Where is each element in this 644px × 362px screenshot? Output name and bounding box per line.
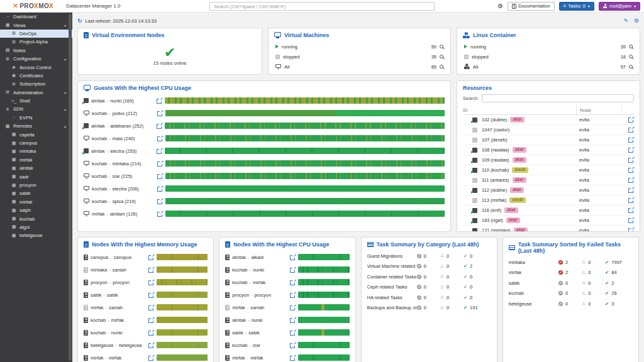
search-icon[interactable] <box>629 45 633 48</box>
resource-row[interactable]: 163 (rigel)altairevita <box>463 216 634 226</box>
resource-row[interactable]: 102 (dubhe)altairevita <box>463 115 634 125</box>
open-node-icon[interactable] <box>148 330 154 336</box>
search-icon[interactable] <box>629 65 633 69</box>
sidebar-item-canopus[interactable]: ▦canopus <box>0 139 72 147</box>
open-node-icon[interactable] <box>148 255 154 260</box>
open-resource-icon[interactable] <box>628 157 634 163</box>
open-node-icon[interactable] <box>148 317 154 323</box>
collapse-caret-icon[interactable]: ▴ <box>64 124 66 128</box>
sidebar-item-notes[interactable]: ▤Notes <box>0 47 72 55</box>
collapse-caret-icon[interactable]: ▴ <box>64 107 66 111</box>
global-search-input[interactable] <box>209 2 435 11</box>
documentation-button[interactable]: Documentation <box>508 2 554 11</box>
sidebar-item-betelgeuse[interactable]: ▦betelgeuse <box>0 231 72 239</box>
search-icon[interactable] <box>440 55 443 58</box>
sidebar-item-algol[interactable]: ▦algol <box>0 223 72 231</box>
open-node-icon[interactable] <box>290 255 296 260</box>
sidebar-item-configuration[interactable]: ⚙Configuration▴ <box>0 55 72 63</box>
open-guest-icon[interactable] <box>157 199 163 204</box>
edit-dashboard-icon[interactable]: ✎ <box>623 18 628 24</box>
open-resource-icon[interactable] <box>628 167 634 173</box>
sidebar-item-mirfak[interactable]: ▦mirfak <box>0 156 72 164</box>
resource-row[interactable]: 171 (mintaka)altairevita <box>463 226 634 232</box>
open-guest-icon[interactable] <box>157 173 163 179</box>
open-guest-icon[interactable] <box>157 161 163 167</box>
sidebar-item-shell[interactable]: >_Shell <box>0 97 72 105</box>
sidebar-item-procyon[interactable]: ▦procyon <box>0 181 72 189</box>
sidebar-item-mintaka[interactable]: ▦mintaka <box>0 147 72 155</box>
resources-search-input[interactable] <box>482 94 634 102</box>
sidebar-item-devops[interactable]: ⊞DevOps <box>0 30 72 38</box>
open-node-icon[interactable] <box>148 280 154 285</box>
open-resource-icon[interactable] <box>628 207 634 213</box>
resource-row[interactable]: 109 (rasalas)altairevita <box>463 155 634 165</box>
sidebar-item-mirfak[interactable]: ▦mirfak <box>0 198 72 206</box>
resource-row[interactable]: 107 (deneb)evita <box>463 135 634 145</box>
sidebar-item-administration[interactable]: ⚒Administration▴ <box>0 89 72 97</box>
column-node[interactable]: Node <box>576 106 621 114</box>
collapse-caret-icon[interactable]: ▴ <box>64 57 66 61</box>
sidebar-item-subscription[interactable]: ⊕Subscription <box>0 80 72 88</box>
open-guest-icon[interactable] <box>157 123 162 129</box>
open-node-icon[interactable] <box>290 355 296 361</box>
open-guest-icon[interactable] <box>157 211 163 217</box>
resource-row[interactable]: 111 (antares)altairevita <box>463 175 634 185</box>
open-resource-icon[interactable] <box>628 127 634 133</box>
open-resource-icon[interactable] <box>628 117 634 123</box>
resource-row[interactable]: 112 (dubhe)altairevita <box>463 185 634 195</box>
resource-row[interactable]: 116 (enif)altairevita <box>463 206 634 216</box>
search-icon[interactable] <box>440 45 443 48</box>
open-node-icon[interactable] <box>148 343 154 348</box>
open-node-icon[interactable] <box>148 305 154 310</box>
open-guest-icon[interactable] <box>157 111 163 116</box>
sidebar-item-kochab[interactable]: ▦kochab <box>0 214 72 222</box>
search-icon[interactable] <box>629 55 633 58</box>
open-resource-icon[interactable] <box>628 197 634 203</box>
open-guest-icon[interactable] <box>157 186 163 192</box>
sidebar-item-capella[interactable]: ▦capella <box>0 130 72 138</box>
sidebar-item-dashboard[interactable]: ◔Dashboard <box>0 13 72 21</box>
open-node-icon[interactable] <box>290 292 296 298</box>
sidebar-item-remotes[interactable]: ▦Remotes▴ <box>0 122 72 130</box>
sidebar-item-certificates[interactable]: ◉Certificates <box>0 72 72 80</box>
user-menu-button[interactable]: root@pam ▾ <box>599 2 640 11</box>
refresh-icon[interactable]: ↻ <box>77 18 82 24</box>
collapse-caret-icon[interactable]: ▴ <box>64 90 66 94</box>
collapse-caret-icon[interactable]: ▴ <box>64 23 66 27</box>
open-node-icon[interactable] <box>290 330 296 336</box>
sidebar-item-project-alpha[interactable]: ⊞Project-Alpha <box>0 38 72 46</box>
resource-row[interactable]: 108 (rasalas)altairevita <box>463 145 634 155</box>
open-resource-icon[interactable] <box>628 137 634 143</box>
open-node-icon[interactable] <box>290 317 296 323</box>
open-node-icon[interactable] <box>290 267 296 273</box>
open-node-icon[interactable] <box>148 292 154 298</box>
sidebar-item-evpn[interactable]: ∴EVPN <box>0 114 72 122</box>
open-resource-icon[interactable] <box>628 147 634 153</box>
sidebar-item-access-control[interactable]: ◈Access Control <box>0 63 72 71</box>
open-resource-icon[interactable] <box>628 187 634 193</box>
search-icon[interactable] <box>440 65 443 69</box>
column-id[interactable]: ID <box>463 107 576 113</box>
sidebar-item-alnitak[interactable]: ▦alnitak <box>0 164 72 172</box>
resource-row[interactable]: 113 (mirfak)shedirevita <box>463 195 634 206</box>
open-resource-icon[interactable] <box>628 177 634 183</box>
tasks-button[interactable]: ≡ Tasks: 0 ▾ <box>559 2 594 11</box>
open-resource-icon[interactable] <box>628 217 634 223</box>
dashboard-settings-icon[interactable]: ⚙ <box>634 18 639 24</box>
sidebar-item-sadr[interactable]: ▦sadr <box>0 172 72 180</box>
open-guest-icon[interactable] <box>157 136 163 141</box>
open-guest-icon[interactable] <box>157 98 162 104</box>
sidebar-item-sdn[interactable]: ⋔SDN▴ <box>0 105 72 113</box>
open-resource-icon[interactable] <box>628 228 634 232</box>
resource-row[interactable]: 1047 (castor)evita <box>463 125 634 135</box>
open-guest-icon[interactable] <box>157 148 162 154</box>
sidebar-item-views[interactable]: ▦Views▴ <box>0 21 72 29</box>
open-node-icon[interactable] <box>148 355 154 361</box>
resource-row[interactable]: 110 (kochab)shedirevita <box>463 165 634 175</box>
sidebar-item-sabik[interactable]: ▦sabik <box>0 189 72 197</box>
open-node-icon[interactable] <box>290 280 296 285</box>
open-node-icon[interactable] <box>148 267 154 273</box>
sidebar-item-saiph[interactable]: ▦saiph <box>0 206 72 214</box>
open-node-icon[interactable] <box>290 343 296 348</box>
theme-gear-icon[interactable]: ⚙ <box>497 3 503 9</box>
